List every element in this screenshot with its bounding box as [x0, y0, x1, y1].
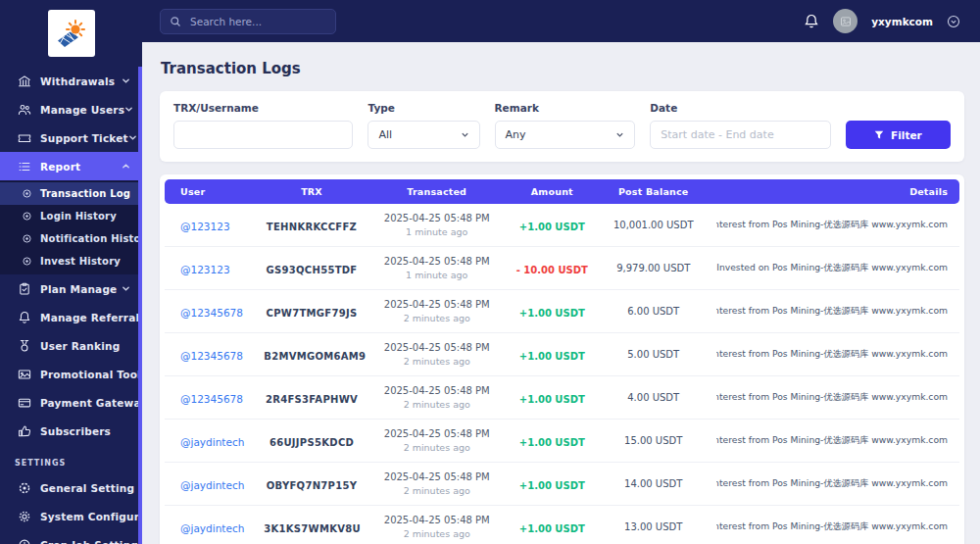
user-link[interactable]: @jaydintech — [180, 522, 244, 534]
filter-card: TRX/Username Type All Remark Any — [160, 91, 964, 162]
remark-select[interactable]: Any — [495, 121, 636, 149]
sidebar-item-general-setting[interactable]: General Setting — [0, 473, 142, 502]
amount-value: +1.00 USDT — [519, 523, 585, 534]
trx-username-label: TRX/Username — [173, 102, 353, 114]
card-icon — [18, 396, 31, 410]
sidebar-item-cron-job-setting[interactable]: Cron Job Setting — [0, 530, 142, 544]
radio-icon — [22, 233, 32, 244]
sidebar-item-payment-gateways[interactable]: Payment Gateways — [0, 388, 142, 417]
transactions-table-card: UserTRXTransactedAmountPost BalanceDetai… — [160, 174, 964, 544]
trx-code: GS93QCH55TDF — [267, 265, 358, 275]
filter-button-label: Filter — [891, 129, 922, 141]
medal-icon — [18, 339, 31, 353]
topbar-right: yxymkcom — [804, 9, 960, 33]
transacted-date: 2025-04-25 05:48 PM — [375, 341, 499, 355]
sidebar-nav: Withdrawals Manage Users Support Ticket … — [0, 67, 142, 544]
brand-logo[interactable] — [48, 10, 95, 57]
column-header-details[interactable]: Details — [709, 179, 959, 204]
sidebar-section-settings: SETTINGS — [0, 445, 142, 473]
transactions-table: UserTRXTransactedAmountPost BalanceDetai… — [165, 179, 959, 544]
main-area: yxymkcom Transaction Logs TRX/Username T… — [142, 0, 980, 544]
column-header-amount[interactable]: Amount — [507, 179, 598, 204]
sidebar-item-system-configuration[interactable]: System Configuration — [0, 502, 142, 530]
sidebar-item-invest-history[interactable]: Invest History — [0, 250, 142, 272]
details-text: 1.00 USDT interest from Pos Mining-优选源码库… — [716, 391, 948, 404]
table-row: @123123 TEHNKRKCCFFZ 2025-04-25 05:48 PM… — [165, 204, 959, 246]
clock-icon — [18, 538, 31, 544]
sidebar-item-label: Withdrawals — [40, 75, 115, 87]
sidebar: Withdrawals Manage Users Support Ticket … — [0, 0, 142, 544]
notification-bell-icon[interactable] — [804, 13, 819, 29]
sidebar-item-manage-referral[interactable]: Manage Referral — [0, 303, 142, 331]
sidebar-item-label: System Configuration — [40, 511, 142, 522]
transacted-ago: 2 minutes ago — [375, 312, 499, 324]
trx-code: 3K1KS7WMKV8U — [264, 523, 361, 534]
post-balance-value: 14.00 USDT — [598, 462, 710, 505]
user-link[interactable]: @12345678 — [180, 307, 243, 319]
table-row: @12345678 2R4FS3FAPHWV 2025-04-25 05:48 … — [165, 375, 959, 419]
post-balance-value: 15.00 USDT — [598, 419, 710, 462]
date-range-input[interactable] — [650, 121, 830, 149]
table-row: @123123 GS93QCH55TDF 2025-04-25 05:48 PM… — [165, 246, 959, 289]
column-header-trx[interactable]: TRX — [256, 179, 368, 204]
filter-button[interactable]: Filter — [846, 121, 951, 149]
user-link[interactable]: @12345678 — [180, 350, 243, 362]
column-header-post-balance[interactable]: Post Balance — [598, 179, 710, 204]
sidebar-item-plan-manage[interactable]: Plan Manage — [0, 274, 142, 303]
sidebar-item-label: Plan Manage — [40, 283, 117, 295]
user-link[interactable]: @123123 — [180, 221, 230, 232]
table-row: @jaydintech 66UJJPS5KDCD 2025-04-25 05:4… — [165, 419, 959, 462]
sidebar-scrollbar[interactable] — [138, 67, 142, 544]
radio-icon — [22, 211, 32, 222]
transacted-date: 2025-04-25 05:48 PM — [375, 384, 499, 398]
user-link[interactable]: @jaydintech — [180, 436, 244, 448]
sidebar-item-transaction-log[interactable]: Transaction Log — [0, 182, 142, 205]
sidebar-item-notification-history[interactable]: Notification History — [0, 227, 142, 250]
username-label[interactable]: yxymkcom — [871, 16, 933, 27]
trx-code: B2MVMGOM6AM9 — [264, 351, 366, 362]
sidebar-item-subscribers[interactable]: Subscribers — [0, 417, 142, 445]
type-select[interactable]: All — [368, 121, 479, 149]
amount-value: +1.00 USDT — [519, 480, 585, 491]
remark-label: Remark — [495, 102, 636, 114]
type-select-value: All — [378, 128, 392, 141]
user-avatar[interactable] — [833, 9, 858, 33]
sidebar-item-report[interactable]: Report — [0, 152, 142, 180]
sidebar-item-manage-users[interactable]: Manage Users — [0, 95, 142, 124]
transacted-date: 2025-04-25 05:48 PM — [375, 470, 499, 484]
type-label: Type — [368, 102, 479, 114]
chevron-up-icon — [122, 162, 130, 171]
column-header-transacted[interactable]: Transacted — [368, 179, 507, 204]
transacted-date: 2025-04-25 05:48 PM — [375, 255, 499, 269]
chevron-down-icon — [128, 133, 137, 142]
user-link[interactable]: @jaydintech — [180, 479, 244, 491]
trx-code: TEHNKRKCCFFZ — [267, 222, 357, 232]
sidebar-item-label: Subscribers — [40, 425, 111, 437]
transacted-ago: 1 minute ago — [375, 269, 499, 281]
trx-code: CPW7TMGF79JS — [267, 308, 358, 319]
user-link[interactable]: @12345678 — [180, 393, 243, 405]
column-header-user[interactable]: User — [165, 179, 256, 204]
bell-icon — [18, 311, 31, 324]
page-title: Transaction Logs — [161, 60, 964, 77]
solar-logo-icon — [55, 17, 88, 50]
search-input[interactable] — [188, 15, 326, 28]
trx-username-input[interactable] — [173, 121, 353, 149]
sidebar-item-user-ranking[interactable]: User Ranking — [0, 331, 142, 360]
sidebar-item-login-history[interactable]: Login History — [0, 205, 142, 227]
sidebar-item-label: Manage Users — [40, 104, 124, 116]
table-row: @12345678 CPW7TMGF79JS 2025-04-25 05:48 … — [165, 289, 959, 332]
post-balance-value: 13.00 USDT — [598, 505, 710, 544]
sidebar-item-promotional-tool[interactable]: Promotional Tool — [0, 360, 142, 388]
sidebar-item-support-ticket[interactable]: Support Ticket — [0, 124, 142, 152]
amount-value: +1.00 USDT — [519, 437, 585, 448]
user-menu-chevron-icon[interactable] — [947, 15, 960, 28]
sidebar-item-withdrawals[interactable]: Withdrawals — [0, 67, 142, 95]
user-link[interactable]: @123123 — [180, 264, 230, 275]
users-icon — [18, 103, 31, 117]
search-box[interactable] — [160, 9, 336, 34]
details-text: 1.00 USDT interest from Pos Mining-优选源码库… — [716, 219, 948, 231]
amount-value: +1.00 USDT — [519, 394, 585, 405]
report-submenu: Transaction Log Login History Notificati… — [0, 180, 142, 274]
transacted-date: 2025-04-25 05:48 PM — [375, 514, 499, 527]
